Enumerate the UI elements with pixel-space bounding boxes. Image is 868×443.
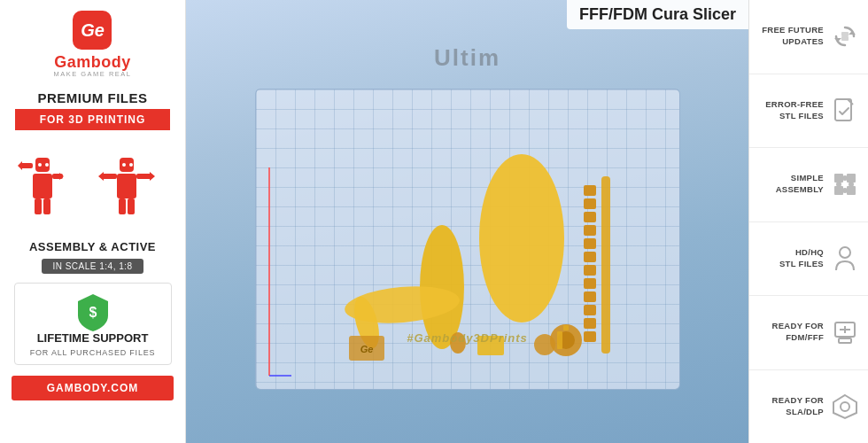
refresh-icon	[831, 22, 859, 51]
svg-text:Ge: Ge	[360, 344, 373, 354]
feature-fdm-fff: READY FORFDM/FFF	[749, 296, 868, 370]
person-hd-icon	[831, 245, 859, 273]
svg-rect-2	[35, 198, 42, 214]
file-check-icon	[831, 97, 859, 125]
svg-rect-12	[119, 198, 126, 214]
feature-sla-dlp-text: READY FORSLA/DLP	[758, 395, 824, 418]
svg-rect-35	[584, 318, 596, 329]
svg-rect-0	[33, 174, 52, 198]
svg-marker-17	[150, 172, 155, 181]
feature-error-free: ERROR-FREESTL FILES	[749, 74, 868, 149]
assembly-label: ASSEMBLY & ACTIVE	[29, 240, 156, 253]
svg-point-18	[122, 163, 126, 167]
svg-rect-55	[847, 174, 856, 183]
svg-rect-36	[584, 331, 596, 342]
lifetime-support-text: LIFETIME SUPPORT	[37, 331, 149, 346]
svg-rect-33	[584, 291, 596, 302]
svg-rect-26	[584, 198, 596, 209]
svg-marker-49	[849, 31, 856, 35]
sidebar: Ge Gambody MAKE GAME REAL PREMIUM FILES …	[0, 0, 186, 443]
svg-point-67	[841, 402, 849, 411]
svg-rect-52	[841, 36, 849, 41]
svg-rect-34	[584, 305, 596, 315]
support-box: $ LIFETIME SUPPORT FOR ALL PURCHASED FIL…	[14, 283, 172, 365]
premium-files-label: PREMIUM FILES	[37, 90, 147, 105]
robot-illustration	[13, 137, 173, 235]
svg-rect-24	[601, 176, 610, 354]
svg-rect-32	[584, 278, 596, 289]
svg-rect-3	[43, 198, 50, 214]
scale-badge: IN SCALE 1:4, 1:8	[42, 259, 143, 274]
3d-objects-svg: Ge	[265, 150, 663, 380]
svg-rect-53	[835, 99, 851, 120]
svg-point-60	[849, 182, 854, 187]
feature-fdm-fff-text: READY FORFDM/FFF	[758, 321, 824, 344]
svg-point-21	[479, 154, 564, 323]
svg-rect-51	[841, 32, 849, 36]
svg-point-19	[129, 163, 133, 167]
svg-marker-6	[18, 161, 22, 170]
printer-bed: #Gambody3DPrints	[255, 89, 680, 390]
svg-rect-64	[839, 338, 851, 343]
feature-simple-assembly: SIMPLEASSEMBLY	[749, 148, 868, 222]
svg-rect-57	[847, 186, 856, 195]
3d-viewport: FFF/FDM Cura Slicer Ultim #Gambody3DPrin…	[186, 0, 748, 443]
slicer-title: FFF/FDM Cura Slicer	[567, 0, 748, 29]
feature-sla-dlp: READY FORSLA/DLP	[749, 370, 868, 444]
svg-rect-10	[117, 174, 136, 198]
svg-rect-31	[584, 265, 596, 276]
svg-rect-28	[584, 225, 596, 236]
svg-rect-13	[128, 198, 135, 214]
gambody-logo-sub: MAKE GAME REAL	[53, 70, 131, 78]
ultimaker-label: Ultim	[434, 44, 500, 72]
feature-simple-assembly-text: SIMPLEASSEMBLY	[758, 173, 824, 196]
logo-area: Ge Gambody MAKE GAME REAL	[53, 0, 131, 83]
svg-point-9	[45, 163, 49, 167]
gambody-com-button[interactable]: GAMBODY.COM	[12, 376, 174, 400]
fdm-printer-icon	[831, 318, 859, 346]
svg-point-62	[840, 247, 850, 258]
gambody-logo-text: Gambody	[54, 53, 131, 72]
svg-rect-29	[584, 238, 596, 249]
feature-hd-hq-text: HD/HQSTL FILES	[758, 247, 824, 270]
svg-rect-54	[834, 174, 843, 183]
svg-rect-30	[584, 252, 596, 262]
feature-hd-hq: HD/HQSTL FILES	[749, 222, 868, 297]
sla-printer-icon	[831, 392, 859, 421]
feature-future-updates: FREE FUTUREUPDATES	[749, 0, 868, 74]
svg-text:$: $	[89, 305, 97, 320]
svg-point-61	[842, 188, 848, 193]
puzzle-icon	[831, 170, 859, 198]
svg-point-8	[38, 163, 42, 167]
for-3d-printing-badge: FOR 3D PRINTING	[15, 109, 171, 130]
robot-svg	[13, 140, 173, 233]
for-purchased-text: FOR ALL PURCHASED FILES	[30, 348, 156, 357]
feature-future-updates-text: FREE FUTUREUPDATES	[758, 25, 824, 48]
svg-point-44	[534, 334, 555, 355]
right-panel: FREE FUTUREUPDATES ERROR-FREESTL FILES S…	[748, 0, 868, 443]
feature-error-free-text: ERROR-FREESTL FILES	[758, 99, 824, 122]
svg-rect-27	[584, 212, 596, 222]
svg-point-58	[842, 175, 848, 181]
brand-watermark: #Gambody3DPrints	[407, 331, 528, 345]
svg-rect-40	[557, 331, 562, 349]
svg-rect-41	[563, 325, 569, 330]
svg-point-59	[836, 182, 841, 187]
svg-rect-56	[834, 186, 843, 195]
gambody-logo-icon: Ge	[73, 11, 112, 50]
svg-marker-50	[834, 38, 841, 42]
svg-rect-25	[584, 185, 596, 196]
shield-icon: $	[76, 292, 110, 331]
svg-rect-4	[20, 163, 33, 168]
scene-background: FFF/FDM Cura Slicer Ultim #Gambody3DPrin…	[186, 0, 748, 443]
svg-marker-16	[98, 172, 104, 181]
